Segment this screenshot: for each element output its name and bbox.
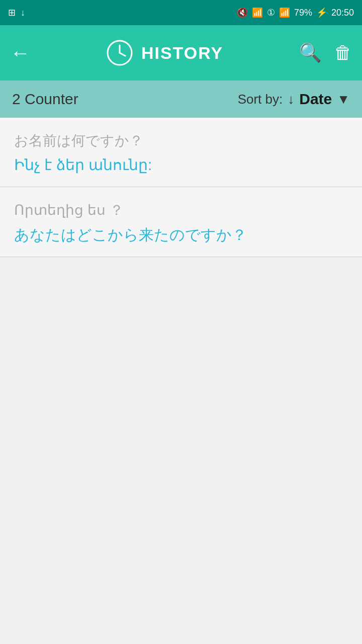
sort-direction-icon: ↓	[288, 92, 294, 107]
sim-icon: ①	[267, 7, 275, 18]
counter-label: 2 Counter	[12, 91, 78, 108]
delete-button[interactable]: 🗑	[334, 42, 352, 63]
history-item-2-translation: あなたはどこから来たのですか？	[14, 225, 348, 245]
download-icon: ↓	[21, 8, 25, 18]
svg-line-2	[120, 53, 125, 56]
sort-label: Sort by:	[238, 92, 283, 107]
signal-icon: 📶	[279, 7, 290, 18]
history-item-1[interactable]: お名前は何ですか？ Ինչ է ձեր անունը:	[0, 118, 362, 187]
history-item-1-original: お名前は何ですか？	[14, 132, 348, 150]
search-button[interactable]: 🔍	[299, 42, 322, 63]
mute-icon: 🔇	[237, 7, 248, 18]
history-item-1-translation: Ինչ է ձեր անունը:	[14, 155, 348, 175]
battery-text: 79%	[294, 8, 312, 18]
sort-value: Date	[299, 91, 332, 108]
history-item-2-original: Որտեղից ես ？	[14, 201, 348, 219]
clock-icon	[106, 39, 133, 66]
app-bar-actions: 🔍 🗑	[299, 42, 352, 63]
battery-icon: ⚡	[316, 7, 327, 18]
sort-area[interactable]: Sort by: ↓ Date ▼	[238, 91, 350, 108]
history-list: お名前は何ですか？ Ինչ է ձեր անունը: Որտեղից ես ？…	[0, 118, 362, 644]
time-display: 20:50	[331, 8, 354, 18]
back-button[interactable]: ←	[10, 42, 30, 64]
image-icon: ⊞	[8, 7, 16, 18]
history-item-2[interactable]: Որտեղից ես ？ あなたはどこから来たのですか？	[0, 187, 362, 257]
status-bar-right-icons: 🔇 📶 ① 📶 79% ⚡ 20:50	[237, 7, 354, 18]
wifi-icon: 📶	[252, 7, 263, 18]
status-bar-left-icons: ⊞ ↓	[8, 7, 25, 18]
app-bar-title-text: HISTORY	[141, 43, 223, 63]
sort-dropdown-icon[interactable]: ▼	[337, 92, 350, 107]
app-bar-title-area: HISTORY	[30, 39, 299, 66]
app-bar: ← HISTORY 🔍 🗑	[0, 25, 362, 80]
filter-bar: 2 Counter Sort by: ↓ Date ▼	[0, 80, 362, 118]
status-bar: ⊞ ↓ 🔇 📶 ① 📶 79% ⚡ 20:50	[0, 0, 362, 25]
